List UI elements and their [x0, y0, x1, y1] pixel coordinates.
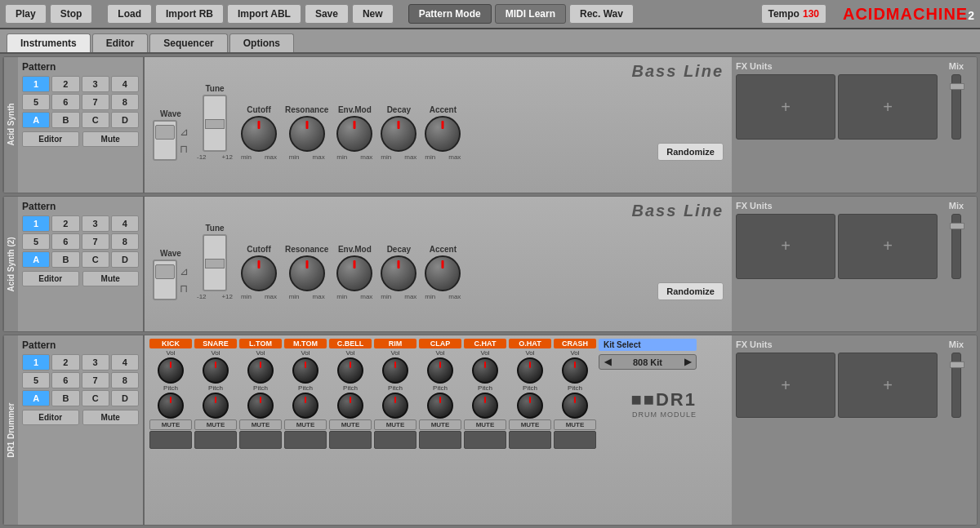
drum-mute-snare[interactable]: MUTE: [194, 419, 237, 430]
drum-vol-knob-chat[interactable]: [472, 357, 498, 384]
accent-knob-1[interactable]: [425, 116, 461, 152]
pattern-btn-2-6[interactable]: 6: [51, 233, 79, 250]
drum-pitch-knob-cbell[interactable]: [337, 393, 363, 419]
pattern-btn-2-3[interactable]: 3: [82, 215, 109, 232]
envmod-knob-2[interactable]: [336, 255, 372, 291]
decay-knob-1[interactable]: [381, 116, 416, 152]
rec-wav-button[interactable]: Rec. Wav: [569, 4, 634, 24]
drum-pad-mtom[interactable]: [284, 431, 327, 449]
drum-vol-knob-snare[interactable]: [203, 357, 229, 384]
pattern-btn-3-B[interactable]: B: [51, 390, 79, 406]
pattern-btn-2-D[interactable]: D: [111, 251, 139, 268]
drum-vol-knob-ohat[interactable]: [517, 357, 543, 384]
pattern-btn-3[interactable]: 3: [82, 76, 109, 92]
editor-button-1[interactable]: Editor: [22, 131, 79, 147]
pattern-btn-1[interactable]: 1: [22, 76, 50, 92]
drum-pad-snare[interactable]: [194, 431, 237, 449]
drum-mute-kick[interactable]: MUTE: [149, 419, 192, 430]
pattern-btn-3-3[interactable]: 3: [82, 354, 109, 370]
randomize-button-1[interactable]: Randomize: [657, 143, 724, 161]
drum-vol-knob-kick[interactable]: [158, 357, 184, 384]
editor-button-2[interactable]: Editor: [22, 271, 79, 286]
pattern-btn-3-5[interactable]: 5: [22, 372, 50, 388]
drum-pad-rim[interactable]: [374, 431, 416, 449]
pattern-btn-2-1[interactable]: 1: [22, 215, 50, 232]
pattern-btn-2-4[interactable]: 4: [111, 215, 139, 232]
drum-pad-crash[interactable]: [554, 431, 596, 449]
pattern-btn-3-2[interactable]: 2: [51, 354, 79, 370]
resonance-knob-2[interactable]: [289, 255, 325, 291]
drum-mute-chat[interactable]: MUTE: [464, 419, 506, 430]
resonance-knob-1[interactable]: [289, 116, 325, 152]
drum-mute-crash[interactable]: MUTE: [554, 419, 596, 430]
pattern-btn-2-5[interactable]: 5: [22, 233, 50, 250]
fx-box-1b[interactable]: +: [838, 74, 938, 140]
drum-mute-rim[interactable]: MUTE: [374, 419, 416, 430]
fx-box-3b[interactable]: +: [838, 353, 938, 418]
pattern-btn-8[interactable]: 8: [111, 94, 139, 110]
pattern-btn-C[interactable]: C: [82, 112, 109, 128]
cutoff-knob-1[interactable]: [241, 116, 277, 152]
pattern-btn-3-8[interactable]: 8: [111, 372, 139, 388]
tab-options[interactable]: Options: [229, 33, 294, 52]
pattern-btn-2-8[interactable]: 8: [111, 233, 139, 250]
drum-pitch-knob-clap[interactable]: [427, 393, 453, 419]
tab-sequencer[interactable]: Sequencer: [149, 33, 227, 52]
drum-pad-clap[interactable]: [419, 431, 461, 449]
new-button[interactable]: New: [352, 4, 394, 24]
decay-knob-2[interactable]: [381, 255, 416, 291]
pattern-btn-2-A[interactable]: A: [22, 251, 50, 268]
envmod-knob-1[interactable]: [336, 116, 372, 152]
pattern-btn-A[interactable]: A: [22, 112, 50, 128]
drum-mute-ltom[interactable]: MUTE: [239, 419, 282, 430]
mix-slider-2[interactable]: [951, 214, 961, 279]
drum-pad-ohat[interactable]: [509, 431, 551, 449]
drum-pad-ltom[interactable]: [239, 431, 282, 449]
drum-vol-knob-ltom[interactable]: [247, 357, 274, 384]
import-rb-button[interactable]: Import RB: [155, 4, 224, 24]
pattern-btn-3-7[interactable]: 7: [82, 372, 109, 388]
kit-next-button[interactable]: ▶: [684, 357, 691, 367]
tab-editor[interactable]: Editor: [92, 33, 149, 52]
pattern-btn-4[interactable]: 4: [111, 76, 139, 92]
load-button[interactable]: Load: [107, 4, 152, 24]
pattern-btn-3-1[interactable]: 1: [22, 354, 50, 370]
cutoff-knob-2[interactable]: [241, 255, 277, 291]
mute-button-1[interactable]: Mute: [82, 131, 140, 147]
drum-pitch-knob-snare[interactable]: [203, 393, 229, 419]
fx-box-1a[interactable]: +: [736, 74, 835, 140]
pattern-btn-7[interactable]: 7: [82, 94, 109, 110]
editor-button-3[interactable]: Editor: [22, 410, 79, 425]
pattern-btn-6[interactable]: 6: [51, 94, 79, 110]
drum-pitch-knob-crash[interactable]: [562, 393, 588, 419]
drum-pad-chat[interactable]: [464, 431, 506, 449]
pattern-btn-2-C[interactable]: C: [82, 251, 109, 268]
pattern-btn-2-2[interactable]: 2: [51, 215, 79, 232]
tab-instruments[interactable]: Instruments: [7, 33, 91, 52]
midi-learn-button[interactable]: MIDI Learn: [495, 4, 566, 24]
mix-slider-1[interactable]: [951, 74, 961, 140]
drum-pitch-knob-ltom[interactable]: [247, 393, 274, 419]
drum-pitch-knob-rim[interactable]: [382, 393, 408, 419]
play-button[interactable]: Play: [5, 4, 47, 24]
mute-button-3[interactable]: Mute: [82, 410, 140, 425]
drum-vol-knob-crash[interactable]: [562, 357, 588, 384]
fx-box-2a[interactable]: +: [736, 214, 835, 279]
randomize-button-2[interactable]: Randomize: [657, 282, 724, 300]
stop-button[interactable]: Stop: [50, 4, 93, 24]
pattern-btn-B[interactable]: B: [51, 112, 79, 128]
fx-box-2b[interactable]: +: [838, 214, 938, 279]
drum-mute-ohat[interactable]: MUTE: [509, 419, 551, 430]
accent-knob-2[interactable]: [425, 255, 461, 291]
drum-vol-knob-cbell[interactable]: [337, 357, 363, 384]
drum-pitch-knob-mtom[interactable]: [292, 393, 318, 419]
pattern-btn-5[interactable]: 5: [22, 94, 50, 110]
drum-mute-cbell[interactable]: MUTE: [329, 419, 372, 430]
drum-pad-kick[interactable]: [149, 431, 192, 449]
mix-slider-3[interactable]: [951, 353, 961, 418]
drum-mute-clap[interactable]: MUTE: [419, 419, 461, 430]
drum-pitch-knob-kick[interactable]: [158, 393, 184, 419]
kit-prev-button[interactable]: ◀: [604, 357, 611, 367]
mute-button-2[interactable]: Mute: [82, 271, 140, 286]
pattern-btn-3-A[interactable]: A: [22, 390, 50, 406]
